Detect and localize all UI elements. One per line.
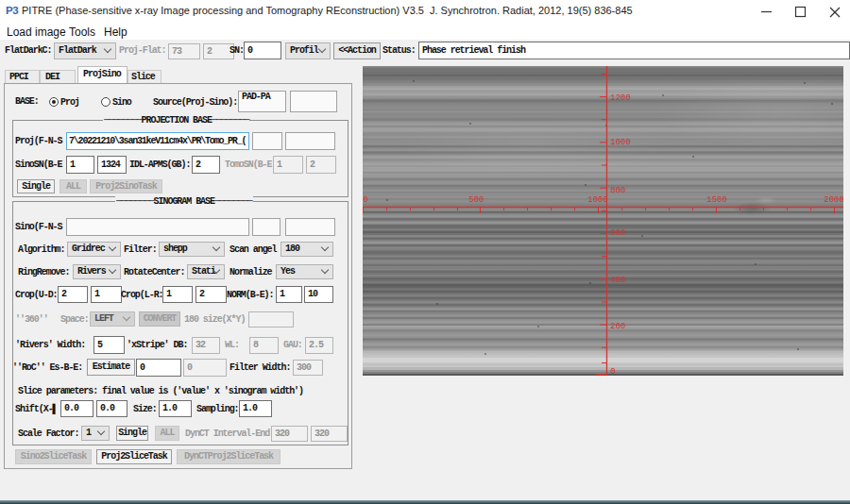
svg-text:400: 400	[610, 276, 625, 285]
svg-text:500: 500	[468, 195, 484, 205]
svg-text:0: 0	[363, 195, 367, 205]
svg-text:800: 800	[610, 186, 625, 195]
svg-text:1000: 1000	[587, 195, 608, 205]
svg-text:0: 0	[610, 367, 615, 376]
svg-text:2000: 2000	[824, 195, 843, 205]
svg-text:600: 600	[610, 228, 625, 238]
svg-text:200: 200	[610, 322, 625, 331]
svg-text:1000: 1000	[610, 138, 631, 147]
svg-text:1500: 1500	[706, 195, 727, 205]
svg-text:1200: 1200	[610, 93, 631, 103]
